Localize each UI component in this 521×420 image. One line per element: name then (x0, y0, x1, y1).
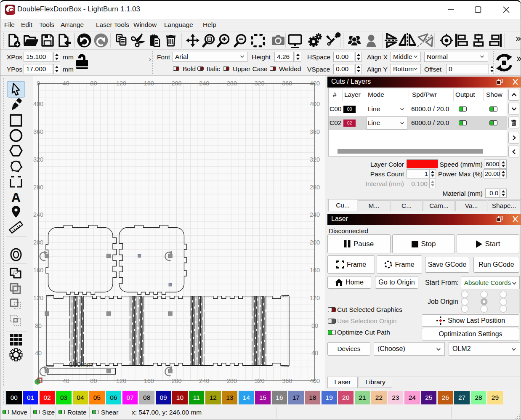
svg-text:100mm: 100mm (69, 361, 93, 368)
svg-text:A: A (11, 190, 21, 205)
